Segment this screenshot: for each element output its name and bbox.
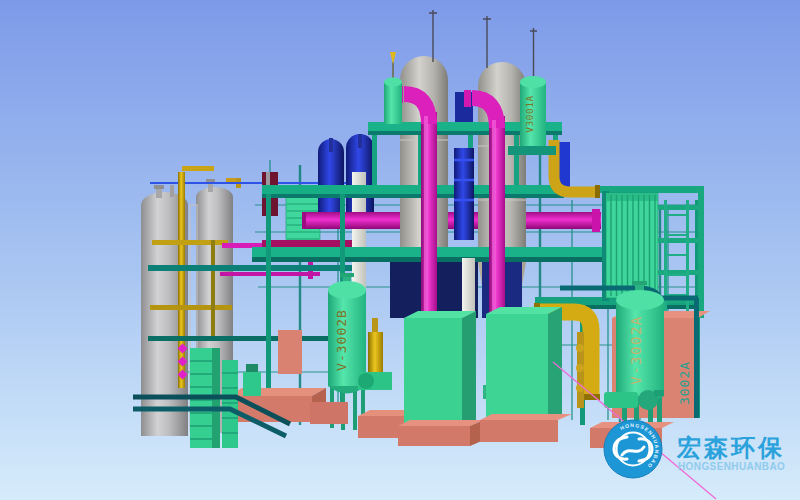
label-foundation-right: 3002A: [677, 361, 692, 405]
plant-3d-render: V-3002B V-3002A 3002A V3001A HONGSENHUAN…: [0, 0, 800, 500]
label-vessel-right: V-3002A: [628, 315, 644, 385]
plant-3d-canvas: V-3002B V-3002A 3002A V3001A HONGSENHUAN…: [0, 0, 800, 500]
magenta-header-pipe: [302, 209, 601, 232]
label-vessel-left: V-3002B: [334, 309, 349, 371]
magenta-valves: [178, 344, 188, 380]
box-tank-1: [404, 318, 462, 426]
box-tank-2: [486, 314, 548, 424]
logo-name-en: HONGSENHUANBAO: [678, 461, 785, 472]
logo-name-cn: 宏森环保: [676, 434, 785, 461]
label-drum-top-right: V3001A: [524, 95, 535, 132]
small-pump-left: [243, 372, 261, 396]
